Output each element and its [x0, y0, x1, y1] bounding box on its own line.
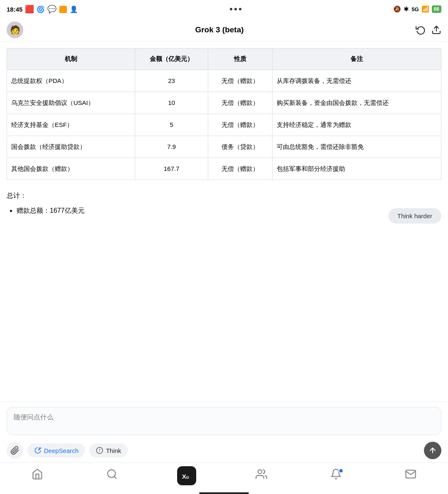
- summary-title: 总计：: [7, 190, 441, 202]
- cell-note: 可由总统豁免，需偿还除非豁免: [273, 136, 441, 158]
- cell-note: 从库存调拨装备，无需偿还: [273, 70, 441, 92]
- cell-mechanism: 其他国会拨款（赠款）: [7, 158, 135, 180]
- cell-nature: 无偿（赠款）: [208, 70, 273, 92]
- nav-search[interactable]: [75, 466, 149, 485]
- data-table: 机制 金额（亿美元） 性质 备注 总统提款权（PDA） 23 无偿（赠款） 从库…: [7, 48, 441, 180]
- share-button[interactable]: [431, 25, 441, 35]
- people-icon: [256, 468, 267, 483]
- col-note: 备注: [273, 49, 441, 70]
- svg-line-7: [114, 476, 116, 478]
- cell-amount: 23: [135, 70, 208, 92]
- battery-display: 66: [432, 5, 441, 13]
- grok-icon: X G: [177, 466, 196, 485]
- bluetooth-icon: ✱: [404, 5, 409, 13]
- signal-bars: 📶: [421, 5, 429, 13]
- nav-home[interactable]: [0, 466, 75, 485]
- svg-point-10: [258, 470, 262, 474]
- message-input[interactable]: [7, 407, 441, 435]
- summary-list: 赠款总额：1677亿美元: [7, 205, 441, 217]
- cell-mechanism: 国会拨款（经济援助贷款）: [7, 136, 135, 158]
- nav-bar: 🧑 Grok 3 (beta): [0, 18, 448, 41]
- search-icon: [106, 468, 118, 483]
- status-right: 🔕 ✱ 5G 📶 66: [393, 5, 441, 13]
- mute-icon: 🔕: [393, 5, 401, 13]
- deepsearch-button[interactable]: DeepSearch: [27, 443, 85, 457]
- send-button[interactable]: [424, 442, 441, 459]
- bottom-nav: X G: [0, 462, 448, 491]
- input-area: DeepSearch Think: [0, 402, 448, 462]
- bell-icon: [330, 468, 342, 483]
- nav-grok[interactable]: X G: [149, 464, 224, 488]
- signal-icon: 5G: [411, 6, 419, 12]
- nav-people[interactable]: [224, 466, 299, 485]
- status-bar: 18:45 🟥 🌀 💬 🟧 👤 🔕 ✱ 5G 📶 66: [0, 0, 448, 18]
- svg-text:G: G: [186, 475, 190, 479]
- main-content: 机制 金额（亿美元） 性质 备注 总统提款权（PDA） 23 无偿（赠款） 从库…: [0, 41, 448, 402]
- table-row: 经济支持基金（ESF） 5 无偿（赠款） 支持经济稳定，通常为赠款: [7, 114, 441, 136]
- cell-mechanism: 乌克兰安全援助倡议（USAI）: [7, 92, 135, 114]
- col-nature: 性质: [208, 49, 273, 70]
- cell-mechanism: 经济支持基金（ESF）: [7, 114, 135, 136]
- cell-nature: 无偿（赠款）: [208, 92, 273, 114]
- time-display: 18:45: [7, 6, 22, 13]
- status-time: 18:45 🟥 🌀 💬 🟧 👤: [7, 5, 78, 14]
- page-title: Grok 3 (beta): [23, 25, 416, 34]
- cell-note: 购买新装备，资金由国会拨款，无需偿还: [273, 92, 441, 114]
- attach-button[interactable]: [7, 442, 23, 459]
- cell-amount: 167.7: [135, 158, 208, 180]
- summary-section: 总计： Think harder 赠款总额：1677亿美元: [7, 188, 441, 236]
- mail-icon: [405, 468, 416, 483]
- cell-amount: 7.9: [135, 136, 208, 158]
- cell-nature: 无偿（赠款）: [208, 114, 273, 136]
- think-label: Think: [106, 447, 121, 454]
- deepsearch-label: DeepSearch: [44, 447, 78, 454]
- history-button[interactable]: [416, 25, 426, 35]
- nav-icons: [416, 25, 441, 35]
- cell-nature: 债务（贷款）: [208, 136, 273, 158]
- think-button[interactable]: Think: [89, 443, 128, 457]
- table-row: 国会拨款（经济援助贷款） 7.9 债务（贷款） 可由总统豁免，需偿还除非豁免: [7, 136, 441, 158]
- cell-amount: 10: [135, 92, 208, 114]
- nav-mail[interactable]: [373, 466, 448, 485]
- cell-amount: 5: [135, 114, 208, 136]
- home-indicator: [199, 492, 249, 494]
- table-row: 其他国会拨款（赠款） 167.7 无偿（赠款） 包括军事和部分经济援助: [7, 158, 441, 180]
- summary-item: 赠款总额：1677亿美元: [17, 205, 441, 217]
- table-row: 总统提款权（PDA） 23 无偿（赠款） 从库存调拨装备，无需偿还: [7, 70, 441, 92]
- cell-nature: 无偿（赠款）: [208, 158, 273, 180]
- think-harder-button[interactable]: Think harder: [388, 208, 441, 224]
- cell-note: 包括军事和部分经济援助: [273, 158, 441, 180]
- input-actions: DeepSearch Think: [7, 442, 441, 459]
- cell-note: 支持经济稳定，通常为赠款: [273, 114, 441, 136]
- nav-notifications[interactable]: [299, 466, 373, 485]
- status-center-dots: [230, 8, 241, 10]
- col-mechanism: 机制: [7, 49, 135, 70]
- table-row: 乌克兰安全援助倡议（USAI） 10 无偿（赠款） 购买新装备，资金由国会拨款，…: [7, 92, 441, 114]
- cell-mechanism: 总统提款权（PDA）: [7, 70, 135, 92]
- home-icon: [32, 468, 43, 483]
- col-amount: 金额（亿美元）: [135, 49, 208, 70]
- avatar[interactable]: 🧑: [7, 22, 23, 38]
